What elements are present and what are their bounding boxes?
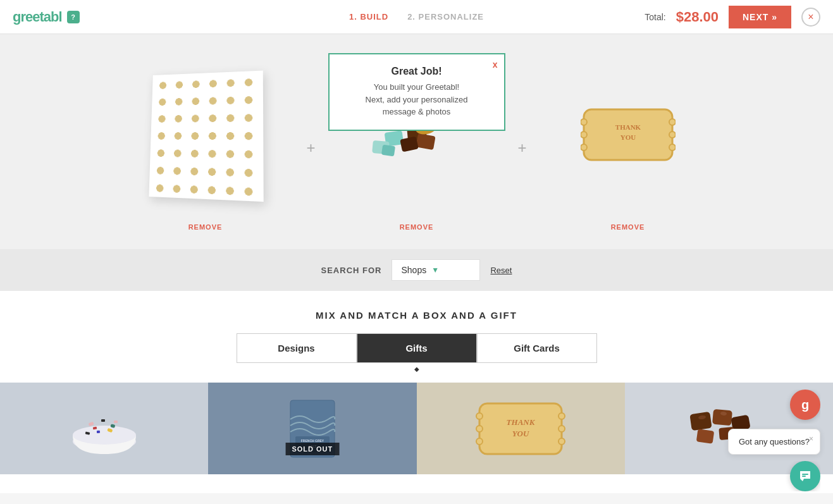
chat-widget: g × Got any questions? [728,390,820,491]
svg-text:YOU: YOU [620,133,636,141]
svg-rect-19 [101,419,105,422]
tab-gifts[interactable]: Gifts [357,333,477,363]
svg-point-33 [476,426,483,432]
search-label: SEARCH FOR [321,266,382,275]
tab-designs[interactable]: Designs [237,333,357,363]
popup-text: You built your Greetabl! Next, add your … [345,81,489,118]
sold-out-badge: SOLD OUT [285,443,339,455]
svg-rect-6 [381,145,395,157]
product-card-confetti[interactable] [0,383,208,474]
close-button[interactable]: × [801,8,820,27]
preview-item-box: REMOVE [110,65,300,231]
popup: x Great Job! You built your Greetabl! Ne… [328,53,505,131]
header-right: Total: $28.00 NEXT » × [645,6,820,28]
svg-rect-18 [88,421,94,426]
total-price: $28.00 [676,9,719,25]
tab-gift-cards[interactable]: Gift Cards [477,333,597,363]
logo-area: greetabl ? [13,9,80,25]
svg-rect-50 [802,476,806,477]
svg-rect-49 [802,474,808,475]
svg-rect-43 [696,429,715,443]
svg-point-35 [558,413,565,419]
svg-text:THANK: THANK [507,417,536,427]
svg-point-13 [669,144,676,151]
cookie-container: THANK YOU [577,97,679,173]
dropdown-value: Shops [401,265,426,275]
svg-rect-24 [114,421,118,423]
product-card-french-grey[interactable]: FRENCH GREY SALT SOLD OUT [208,383,416,474]
plus-1: + [306,139,315,157]
dropdown-arrow-icon: ▼ [431,266,439,274]
popup-close[interactable]: x [493,59,498,70]
chat-icon [798,469,813,484]
svg-text:YOU: YOU [512,429,529,438]
polka-dot-box [149,71,264,202]
svg-point-32 [476,413,483,419]
chat-avatar: g [790,390,820,420]
remove-box-button[interactable]: REMOVE [188,223,223,231]
chat-bubble: × Got any questions? [728,429,820,455]
tab-indicator: ◆ [0,366,833,372]
step-1: 1. BUILD [349,12,388,22]
header: greetabl ? 1. BUILD 2. PERSONALIZE Total… [0,0,833,34]
preview-area: x Great Job! You built your Greetabl! Ne… [0,34,833,249]
svg-point-34 [476,438,483,445]
preview-item-cookie: THANK YOU REMOVE [533,65,723,231]
reset-link[interactable]: Reset [490,266,512,275]
chat-open-button[interactable] [790,461,820,491]
svg-point-12 [669,132,676,138]
shops-dropdown[interactable]: Shops ▼ [392,259,480,281]
remove-cookie-button[interactable]: REMOVE [611,223,645,231]
steps: 1. BUILD 2. PERSONALIZE [349,12,484,22]
svg-point-8 [581,119,587,125]
search-bar: SEARCH FOR Shops ▼ Reset [0,249,833,291]
remove-chocolates-button[interactable]: REMOVE [400,223,434,231]
svg-point-9 [581,132,587,138]
svg-rect-40 [690,411,712,430]
chat-close-button[interactable]: × [809,434,813,443]
svg-point-10 [581,144,587,151]
svg-rect-23 [96,430,99,433]
section-title: MIX AND MATCH A BOX AND A GIFT [0,310,833,321]
help-badge[interactable]: ? [67,11,80,23]
cookie-image: THANK YOU [565,65,691,204]
step-2: 2. PERSONALIZE [407,12,484,22]
tabs: Designs Gifts Gift Cards [0,333,833,363]
svg-point-17 [73,426,136,445]
popup-title: Great Job! [345,66,489,77]
svg-rect-3 [416,133,435,151]
cookie-svg: THANK YOU [581,103,676,166]
svg-text:THANK: THANK [615,123,641,131]
svg-point-11 [669,119,676,125]
logo: greetabl [13,9,62,25]
chat-bubble-text: Got any questions? [739,437,810,446]
total-label: Total: [645,12,665,22]
box-image [142,65,268,204]
confetti-bowl-svg [66,394,142,464]
plus-2: + [518,139,527,157]
svg-point-37 [558,438,565,445]
next-button[interactable]: NEXT » [729,6,791,28]
product-grid: FRENCH GREY SALT SOLD OUT THANK YOU [0,383,833,474]
main-content: MIX AND MATCH A BOX AND A GIFT Designs G… [0,291,833,493]
svg-text:FRENCH GREY: FRENCH GREY [301,439,324,443]
product-card-cookie[interactable]: THANK YOU [417,383,625,474]
svg-point-36 [558,426,565,432]
card-cookie-svg: THANK YOU [473,397,568,460]
